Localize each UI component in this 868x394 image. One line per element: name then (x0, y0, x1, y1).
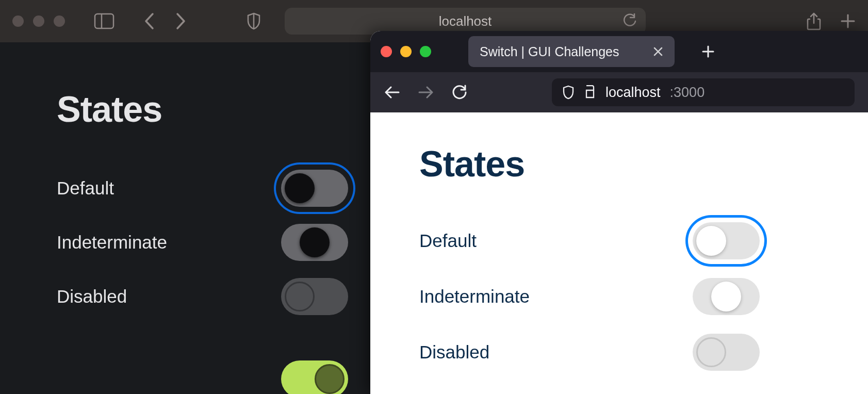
firefox-window: Switch | GUI Challenges localhost:3000 (370, 31, 868, 394)
state-label: Default (419, 231, 477, 251)
svg-rect-0 (95, 14, 113, 28)
state-row-indeterminate: Indeterminate (419, 269, 760, 324)
safari-nav-buttons (143, 12, 187, 30)
url-host: localhost (605, 85, 661, 101)
privacy-shield-icon[interactable] (247, 12, 261, 30)
url-port: :3000 (670, 85, 705, 101)
switch-thumb (315, 364, 345, 394)
site-info-icon[interactable] (584, 85, 596, 100)
new-tab-icon[interactable] (840, 13, 856, 29)
switch-default[interactable] (693, 222, 760, 259)
tab-title: Switch | GUI Challenges (480, 44, 619, 59)
back-icon[interactable] (143, 12, 155, 30)
switch-thumb (696, 226, 726, 256)
state-label: Disabled (419, 342, 489, 363)
switch-default[interactable] (281, 170, 348, 207)
switch-indeterminate[interactable] (281, 224, 348, 261)
firefox-toolbar: localhost:3000 (370, 72, 868, 112)
state-label: Disabled (57, 286, 127, 307)
forward-icon[interactable] (175, 12, 187, 30)
state-row-default: Default (419, 213, 760, 269)
traffic-zoom-icon[interactable] (54, 15, 65, 27)
traffic-minimize-icon[interactable] (33, 15, 44, 27)
traffic-close-icon[interactable] (12, 15, 24, 27)
switch-indeterminate[interactable] (693, 278, 760, 315)
switch-thumb (300, 227, 330, 257)
reload-icon[interactable] (623, 13, 636, 29)
firefox-address-bar[interactable]: localhost:3000 (552, 78, 855, 106)
switch-thumb (696, 337, 726, 367)
switch-thumb (711, 282, 741, 311)
state-row-indeterminate: Indeterminate (57, 215, 348, 269)
safari-traffic-lights (12, 15, 65, 27)
forward-icon[interactable] (418, 85, 434, 100)
traffic-close-icon[interactable] (381, 46, 392, 57)
state-row-default: Default (57, 161, 348, 215)
close-tab-icon[interactable] (653, 46, 663, 57)
state-label: Default (57, 178, 114, 199)
new-tab-icon[interactable] (701, 45, 715, 58)
browser-tab[interactable]: Switch | GUI Challenges (468, 36, 675, 67)
traffic-zoom-icon[interactable] (420, 46, 431, 57)
firefox-page-content: States Default Indeterminate Disabled (370, 112, 868, 394)
state-label: Indeterminate (419, 286, 530, 307)
traffic-minimize-icon[interactable] (400, 46, 412, 57)
tracking-protection-icon[interactable] (562, 85, 575, 100)
share-icon[interactable] (806, 12, 822, 30)
safari-right-icons (806, 12, 856, 30)
safari-url-text: localhost (439, 13, 492, 29)
reload-icon[interactable] (452, 85, 467, 100)
state-row-disabled-checked-peek (57, 360, 348, 394)
back-icon[interactable] (384, 85, 400, 100)
switch-disabled-checked (281, 360, 348, 394)
switch-disabled (281, 278, 348, 315)
state-row-disabled: Disabled (57, 269, 348, 323)
state-row-disabled: Disabled (419, 324, 760, 380)
firefox-traffic-lights (381, 46, 431, 57)
switch-thumb (285, 282, 315, 311)
switch-thumb (285, 173, 315, 203)
switch-disabled (693, 334, 760, 371)
sidebar-toggle-icon[interactable] (94, 13, 114, 29)
state-label: Indeterminate (57, 232, 167, 253)
page-title: States (419, 143, 819, 185)
firefox-tab-bar: Switch | GUI Challenges (370, 31, 868, 72)
